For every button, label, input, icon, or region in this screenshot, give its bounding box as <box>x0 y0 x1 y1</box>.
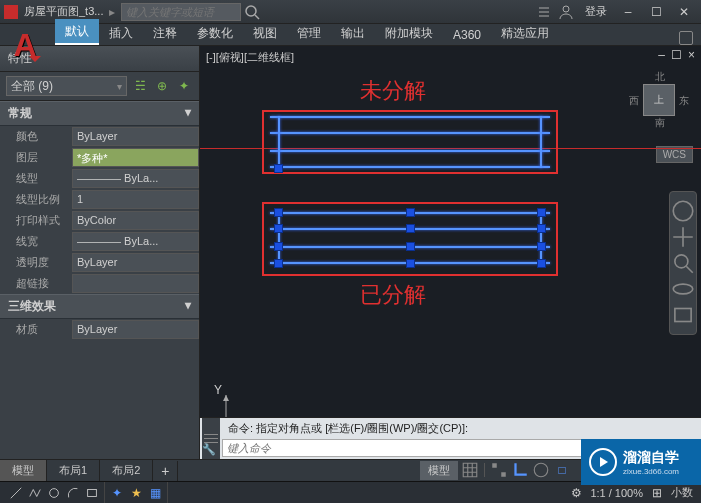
grip[interactable] <box>274 164 283 173</box>
units-icon[interactable]: ⊞ <box>649 485 665 501</box>
viewcube-west[interactable]: 西 <box>629 94 639 108</box>
prop-plotstyle-value[interactable]: ByColor <box>72 211 199 230</box>
prop-linetype-value[interactable]: ———— ByLa... <box>72 169 199 188</box>
search-input[interactable] <box>121 3 241 21</box>
svg-rect-19 <box>88 489 97 496</box>
viewcube[interactable]: 北 南 东 西 上 <box>629 70 689 130</box>
viewcube-face[interactable]: 上 <box>643 84 675 116</box>
coord-icon[interactable]: ✦ <box>109 485 125 501</box>
status-model-button[interactable]: 模型 <box>420 461 458 480</box>
add-layout-button[interactable]: + <box>153 461 178 481</box>
properties-toolbar: 全部 (9) ☵ ⊕ ✦ <box>0 72 199 101</box>
viewport-minimize-icon[interactable]: – <box>658 48 665 62</box>
user-icon[interactable] <box>558 4 574 20</box>
osnap-icon[interactable]: □ <box>553 461 571 479</box>
rail-exploded[interactable] <box>270 212 550 264</box>
rail-not-exploded[interactable] <box>270 116 550 168</box>
prop-transparency-value[interactable]: ByLayer <box>72 253 199 272</box>
section-general[interactable]: 常规▾ <box>0 101 199 126</box>
nav-pan-icon[interactable] <box>670 224 696 250</box>
selection-filter-combo[interactable]: 全部 (9) <box>6 76 127 96</box>
snap-icon[interactable] <box>490 461 508 479</box>
tab-layout1[interactable]: 布局1 <box>47 460 100 481</box>
tab-output[interactable]: 输出 <box>331 21 375 45</box>
annotation-not-exploded: 未分解 <box>360 76 426 106</box>
viewcube-east[interactable]: 东 <box>679 94 689 108</box>
prop-row-linetype: 线型———— ByLa... <box>0 168 199 189</box>
tab-default[interactable]: 默认 <box>55 19 99 45</box>
ribbon-expand-icon[interactable] <box>679 31 693 45</box>
cmd-options-icon[interactable]: 🔧 <box>202 443 216 456</box>
prop-lineweight-value[interactable]: ———— ByLa... <box>72 232 199 251</box>
search-icon[interactable] <box>244 4 260 20</box>
viewcube-south[interactable]: 南 <box>655 116 665 130</box>
circle-tool-icon[interactable] <box>46 485 62 501</box>
properties-panel: 特性 全部 (9) ☵ ⊕ ✦ 常规▾ 颜色ByLayer 图层*多种* 线型—… <box>0 46 200 459</box>
grip[interactable] <box>537 242 546 251</box>
ortho-icon[interactable] <box>511 461 529 479</box>
line-tool-icon[interactable] <box>8 485 24 501</box>
tab-view[interactable]: 视图 <box>243 21 287 45</box>
toggle-pickadd-icon[interactable]: ✦ <box>175 77 193 95</box>
minimize-button[interactable]: – <box>615 3 641 21</box>
polyline-tool-icon[interactable] <box>27 485 43 501</box>
grip[interactable] <box>406 242 415 251</box>
viewport-label[interactable]: [-][俯视][二维线框] <box>206 50 294 65</box>
app-logo[interactable]: A <box>0 24 50 66</box>
grip[interactable] <box>537 208 546 217</box>
section-3d[interactable]: 三维效果▾ <box>0 294 199 319</box>
tab-layout2[interactable]: 布局2 <box>100 460 153 481</box>
polar-icon[interactable] <box>532 461 550 479</box>
grid-icon[interactable] <box>461 461 479 479</box>
nav-showmotion-icon[interactable] <box>670 302 696 328</box>
maximize-button[interactable]: ☐ <box>643 3 669 21</box>
viewport-window-controls: – ☐ × <box>658 48 695 62</box>
tab-annotate[interactable]: 注释 <box>143 21 187 45</box>
close-button[interactable]: ✕ <box>671 3 697 21</box>
nav-zoom-icon[interactable] <box>670 250 696 276</box>
viewcube-north[interactable]: 北 <box>655 70 665 84</box>
login-link[interactable]: 登录 <box>585 4 607 19</box>
prop-row-plotstyle: 打印样式ByColor <box>0 210 199 231</box>
grip[interactable] <box>274 242 283 251</box>
tab-featured[interactable]: 精选应用 <box>491 21 559 45</box>
select-objects-icon[interactable]: ⊕ <box>153 77 171 95</box>
grip[interactable] <box>537 259 546 268</box>
units-label[interactable]: 小数 <box>667 485 697 500</box>
annotation-scale[interactable]: 1:1 / 100% <box>586 487 647 499</box>
drawing-viewport[interactable]: [-][俯视][二维线框] – ☐ × 北 南 东 西 上 WCS 未分解 已分… <box>200 46 701 459</box>
grip[interactable] <box>274 208 283 217</box>
hatch-icon[interactable]: ▦ <box>147 485 163 501</box>
viewport-close-icon[interactable]: × <box>688 48 695 62</box>
grip[interactable] <box>406 224 415 233</box>
grip[interactable] <box>537 224 546 233</box>
prop-ltscale-value[interactable]: 1 <box>72 190 199 209</box>
nav-wheel-icon[interactable] <box>670 198 696 224</box>
svg-point-4 <box>673 201 693 221</box>
prop-hyperlink-value[interactable] <box>72 274 199 293</box>
nav-orbit-icon[interactable] <box>670 276 696 302</box>
exchange-icon[interactable] <box>536 4 552 20</box>
tab-addins[interactable]: 附加模块 <box>375 21 443 45</box>
grip[interactable] <box>406 259 415 268</box>
tab-a360[interactable]: A360 <box>443 24 491 45</box>
grip[interactable] <box>274 259 283 268</box>
app-menu-icon[interactable] <box>4 5 18 19</box>
grip[interactable] <box>274 224 283 233</box>
prop-row-color: 颜色ByLayer <box>0 126 199 147</box>
main-area: 特性 全部 (9) ☵ ⊕ ✦ 常规▾ 颜色ByLayer 图层*多种* 线型—… <box>0 46 701 459</box>
arc-tool-icon[interactable] <box>65 485 81 501</box>
rect-tool-icon[interactable] <box>84 485 100 501</box>
quick-select-icon[interactable]: ☵ <box>131 77 149 95</box>
tab-parametric[interactable]: 参数化 <box>187 21 243 45</box>
viewport-maximize-icon[interactable]: ☐ <box>671 48 682 62</box>
prop-color-value[interactable]: ByLayer <box>72 127 199 146</box>
prop-layer-value[interactable]: *多种* <box>72 148 199 167</box>
tab-model[interactable]: 模型 <box>0 460 47 481</box>
prop-material-value[interactable]: ByLayer <box>72 320 199 339</box>
tab-insert[interactable]: 插入 <box>99 21 143 45</box>
tab-manage[interactable]: 管理 <box>287 21 331 45</box>
workspace-icon[interactable]: ⚙ <box>568 485 584 501</box>
text-tool-icon[interactable]: ★ <box>128 485 144 501</box>
grip[interactable] <box>406 208 415 217</box>
